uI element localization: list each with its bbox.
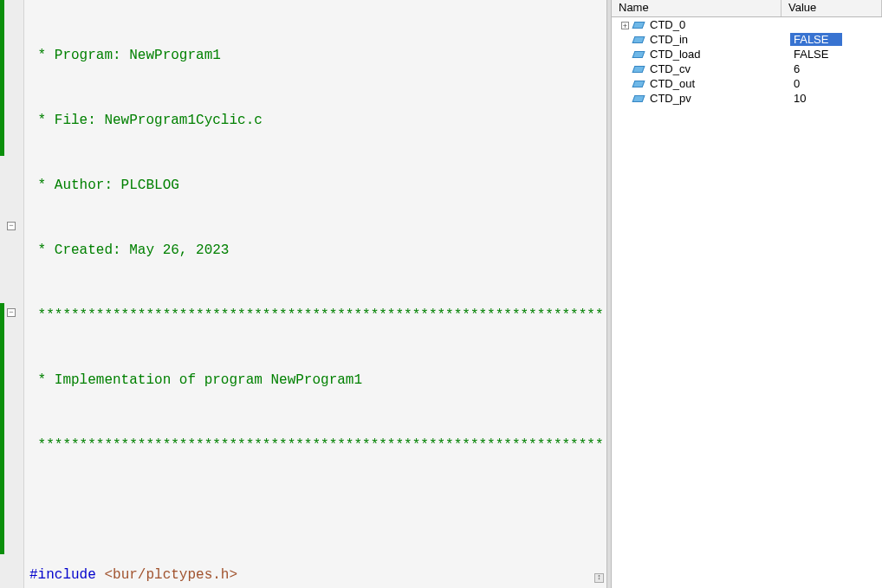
watch-value: 0: [781, 77, 882, 90]
change-marker: [0, 303, 4, 554]
watch-row[interactable]: CTD_out 0: [612, 76, 882, 91]
watch-row[interactable]: CTD_pv 10: [612, 91, 882, 106]
fold-toggle[interactable]: −: [7, 308, 16, 317]
code-line: #include <bur/plctypes.h>: [29, 565, 601, 586]
variable-icon: [631, 95, 646, 102]
watch-value[interactable]: FALSE: [781, 33, 882, 46]
watch-value: 6: [781, 62, 882, 75]
editor-gutter: − −: [0, 0, 24, 588]
plus-icon: +: [621, 22, 629, 29]
watch-value: [781, 18, 882, 31]
fold-toggle[interactable]: −: [7, 222, 16, 230]
variable-icon: [631, 51, 646, 58]
watch-row[interactable]: CTD_load FALSE: [612, 47, 882, 61]
watch-value: FALSE: [781, 48, 882, 61]
code-line: * Created: May 26, 2023: [29, 240, 601, 262]
code-line: ****************************************…: [29, 435, 601, 456]
watch-row[interactable]: CTD_cv 6: [612, 61, 882, 76]
variable-icon: [631, 22, 646, 29]
code-line: * Author: PLCBLOG: [29, 175, 601, 197]
code-line: * File: NewProgram1Cyclic.c: [29, 110, 601, 132]
watch-header-name[interactable]: Name: [612, 0, 781, 16]
variable-icon: [631, 66, 646, 73]
expand-toggle[interactable]: +: [612, 18, 631, 31]
variable-icon: [631, 36, 646, 43]
watch-value: 10: [781, 92, 882, 105]
variable-icon: [631, 81, 646, 87]
code-text-area[interactable]: * Program: NewProgram1 * File: NewProgra…: [24, 0, 606, 588]
watch-row[interactable]: CTD_in FALSE: [612, 32, 882, 47]
code-line: * Implementation of program NewProgram1: [29, 370, 601, 391]
watch-name: CTD_0: [646, 18, 781, 31]
change-marker: [0, 0, 4, 156]
watch-name: CTD_load: [646, 48, 781, 61]
watch-name: CTD_out: [646, 77, 781, 90]
code-editor-panel: − − * Program: NewProgram1 * File: NewPr…: [0, 0, 606, 588]
watch-header: Name Value: [612, 0, 882, 17]
code-line: [29, 500, 601, 521]
code-line: ****************************************…: [29, 305, 601, 326]
watch-name: CTD_in: [646, 33, 781, 46]
watch-row[interactable]: + CTD_0: [612, 17, 882, 32]
code-line: * Program: NewProgram1: [29, 45, 601, 67]
scroll-indicator-icon[interactable]: ↕: [594, 573, 604, 583]
watch-name: CTD_pv: [646, 92, 781, 105]
watch-header-value[interactable]: Value: [781, 0, 882, 16]
watch-panel: Name Value + CTD_0 CTD_in FALSE CTD_load…: [612, 0, 882, 588]
watch-name: CTD_cv: [646, 62, 781, 75]
